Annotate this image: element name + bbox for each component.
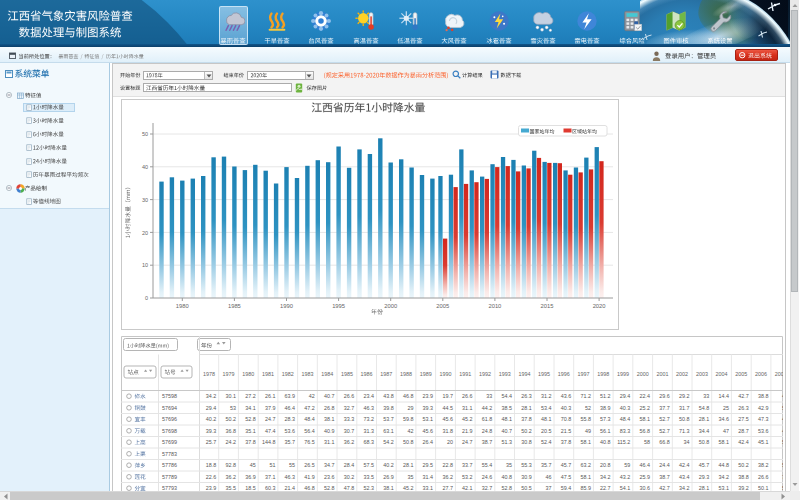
svg-text:21.9: 21.9 [462, 428, 473, 434]
svg-text:38.8: 38.8 [738, 474, 749, 480]
svg-text:30: 30 [142, 197, 148, 203]
svg-text:71.2: 71.2 [580, 393, 591, 399]
svg-text:29.4: 29.4 [620, 393, 631, 399]
svg-text:18.8: 18.8 [206, 462, 217, 468]
svg-text:53.6: 53.6 [758, 428, 769, 434]
svg-text:40.3: 40.3 [561, 405, 572, 411]
svg-text:45.7: 45.7 [699, 462, 710, 468]
svg-text:52: 52 [782, 405, 783, 411]
svg-text:39.8: 39.8 [383, 405, 394, 411]
svg-text:34.2: 34.2 [718, 474, 729, 480]
svg-text:43.2: 43.2 [620, 474, 631, 480]
svg-text:55.8: 55.8 [580, 416, 591, 422]
svg-text:42: 42 [782, 428, 783, 434]
svg-text:2000: 2000 [637, 371, 649, 377]
svg-text:42: 42 [309, 393, 315, 399]
svg-text:1985: 1985 [228, 303, 241, 309]
svg-text:1987: 1987 [380, 371, 392, 377]
svg-text:43.4: 43.4 [679, 474, 690, 480]
svg-text:61.8: 61.8 [482, 416, 493, 422]
svg-text:83.3: 83.3 [620, 428, 631, 434]
svg-text:25.7: 25.7 [206, 439, 217, 445]
svg-text:34.2: 34.2 [600, 474, 611, 480]
svg-text:57698: 57698 [162, 428, 177, 434]
svg-text:51.3: 51.3 [502, 439, 513, 445]
svg-text:50: 50 [782, 462, 783, 468]
svg-text:70.8: 70.8 [561, 416, 572, 422]
svg-text:38.9: 38.9 [600, 405, 611, 411]
svg-text:30.9: 30.9 [521, 474, 532, 480]
svg-text:28.4: 28.4 [344, 462, 355, 468]
svg-text:1982: 1982 [282, 371, 294, 377]
svg-text:1980: 1980 [242, 371, 254, 377]
svg-text:57783: 57783 [162, 451, 177, 457]
svg-text:1984: 1984 [321, 371, 333, 377]
svg-text:71.3: 71.3 [679, 428, 690, 434]
svg-text:28.1: 28.1 [521, 405, 532, 411]
svg-text:53.2: 53.2 [462, 474, 473, 480]
svg-text:50.2: 50.2 [225, 416, 236, 422]
svg-text:53.6: 53.6 [285, 428, 296, 434]
svg-text:52.7: 52.7 [659, 428, 670, 434]
svg-text:46.4: 46.4 [285, 405, 296, 411]
svg-text:53.7: 53.7 [383, 416, 394, 422]
svg-text:38.5: 38.5 [502, 405, 513, 411]
svg-text:36.9: 36.9 [245, 474, 256, 480]
svg-text:24.7: 24.7 [462, 439, 473, 445]
svg-text:57598: 57598 [162, 393, 177, 399]
svg-text:38.7: 38.7 [482, 439, 493, 445]
svg-text:30.7: 30.7 [344, 428, 355, 434]
svg-text:2003: 2003 [696, 371, 708, 377]
svg-text:1997: 1997 [578, 371, 590, 377]
svg-text:38.2: 38.2 [758, 462, 769, 468]
svg-text:30.1: 30.1 [225, 393, 236, 399]
svg-text:42.4: 42.4 [738, 439, 749, 445]
svg-text:42.9: 42.9 [758, 405, 769, 411]
svg-text:2010: 2010 [488, 303, 501, 309]
svg-text:46.8: 46.8 [403, 393, 414, 399]
svg-text:1985: 1985 [341, 371, 353, 377]
svg-text:50.8: 50.8 [679, 416, 690, 422]
svg-text:46: 46 [546, 474, 552, 480]
svg-text:48.1: 48.1 [541, 416, 552, 422]
svg-text:144.8: 144.8 [262, 439, 276, 445]
svg-text:52.7: 52.7 [659, 416, 670, 422]
svg-text:36.8: 36.8 [225, 428, 236, 434]
svg-text:37.8: 37.8 [521, 416, 532, 422]
svg-text:33: 33 [486, 393, 492, 399]
svg-text:29.2: 29.2 [679, 393, 690, 399]
svg-text:34.7: 34.7 [324, 462, 335, 468]
svg-text:54.8: 54.8 [699, 405, 710, 411]
svg-text:63.1: 63.1 [383, 428, 394, 434]
svg-text:24.8: 24.8 [482, 428, 493, 434]
svg-text:40: 40 [142, 164, 148, 170]
svg-text:28.3: 28.3 [285, 416, 296, 422]
svg-text:35: 35 [407, 474, 413, 480]
svg-text:33.7: 33.7 [462, 462, 473, 468]
svg-text:54.2: 54.2 [383, 439, 394, 445]
svg-text:28.7: 28.7 [738, 428, 749, 434]
svg-text:20: 20 [447, 439, 453, 445]
svg-text:46.4: 46.4 [640, 462, 651, 468]
svg-text:49: 49 [585, 428, 591, 434]
svg-text:38.7: 38.7 [659, 474, 670, 480]
svg-text:58.1: 58.1 [580, 439, 591, 445]
svg-text:35.1: 35.1 [245, 428, 256, 434]
svg-text:36.2: 36.2 [442, 474, 453, 480]
svg-text:1990: 1990 [280, 303, 293, 309]
svg-text:58.1: 58.1 [580, 474, 591, 480]
svg-text:1990: 1990 [440, 371, 452, 377]
svg-text:51.2: 51.2 [600, 393, 611, 399]
svg-text:22.6: 22.6 [206, 474, 217, 480]
svg-text:68.3: 68.3 [364, 439, 375, 445]
svg-text:45.6: 45.6 [423, 428, 434, 434]
svg-text:57.5: 57.5 [364, 462, 375, 468]
svg-text:34.4: 34.4 [699, 428, 710, 434]
svg-text:22.8: 22.8 [442, 462, 453, 468]
svg-text:26.9: 26.9 [383, 474, 394, 480]
svg-text:31.4: 31.4 [423, 474, 434, 480]
svg-text:37.1: 37.1 [265, 474, 276, 480]
svg-text:38.8: 38.8 [758, 393, 769, 399]
svg-text:46.3: 46.3 [285, 474, 296, 480]
svg-text:37.8: 37.8 [245, 439, 256, 445]
